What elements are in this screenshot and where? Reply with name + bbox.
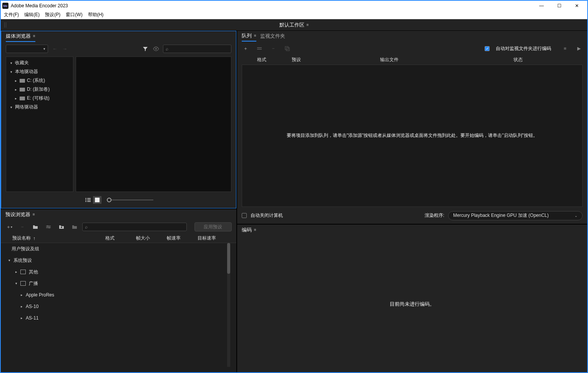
watch-folders-tab[interactable]: 监视文件夹: [260, 31, 285, 41]
tree-drive-d[interactable]: ▸D: (新加卷): [6, 85, 73, 94]
svg-rect-12: [257, 47, 262, 48]
tree-drive-e[interactable]: ▸E: (可移动): [6, 94, 73, 103]
panel-menu-icon[interactable]: ≡: [33, 213, 35, 216]
grip-icon: ┊┊: [3, 22, 6, 28]
eye-icon[interactable]: [152, 45, 160, 53]
preset-browser-title: 预设浏览器: [5, 211, 30, 218]
preset-browser-panel: 预设浏览器 ≡ ＋▾ − ⌕ 应用预设: [1, 208, 236, 373]
encoding-status-area: 目前尚未进行编码。: [237, 235, 587, 373]
close-button[interactable]: ✕: [568, 1, 586, 11]
col-framesize[interactable]: 帧大小: [136, 235, 167, 241]
svg-rect-14: [285, 47, 288, 50]
svg-point-11: [48, 227, 50, 228]
workspace-bar: ┊┊ 默认工作区 ≡: [1, 19, 587, 31]
panel-menu-icon[interactable]: ≡: [254, 35, 256, 37]
svg-rect-13: [257, 49, 262, 50]
svg-rect-4: [87, 200, 91, 200]
media-preview-area: [76, 57, 231, 192]
export-icon[interactable]: [71, 223, 78, 231]
menu-window[interactable]: 窗口(W): [66, 12, 82, 18]
preset-browser-tab[interactable]: 预设浏览器 ≡: [5, 210, 35, 220]
nav-forward-icon[interactable]: →: [61, 45, 69, 53]
renderer-select[interactable]: Mercury Playback Engine GPU 加速 (OpenCL) …: [448, 211, 583, 220]
media-tree[interactable]: ▾收藏夹 ▾本地驱动器 ▸C: (系统) ▸D: (新加卷) ▸E: (可移动)…: [6, 57, 73, 192]
renderer-value: Mercury Playback Engine GPU 加速 (OpenCL): [453, 212, 549, 219]
svg-point-10: [47, 225, 48, 227]
maximize-button[interactable]: ☐: [550, 1, 568, 11]
start-queue-icon[interactable]: ▶: [575, 45, 583, 52]
menu-preset[interactable]: 预设(P): [45, 12, 60, 18]
queue-tab[interactable]: 队列 ≡: [242, 31, 256, 42]
list-view-button[interactable]: [84, 196, 92, 204]
minimize-button[interactable]: —: [533, 1, 550, 11]
menu-help[interactable]: 帮助(H): [88, 12, 104, 18]
col-output: 输出文件: [380, 57, 476, 63]
workspace-menu-icon[interactable]: ≡: [307, 24, 309, 26]
tree-network-drives[interactable]: ▾网络驱动器: [6, 103, 73, 112]
path-combo[interactable]: ▾: [6, 45, 48, 53]
col-status: 状态: [476, 57, 583, 63]
drive-icon: [20, 97, 25, 100]
svg-rect-6: [87, 201, 91, 202]
preset-row-as10[interactable]: ▸AS-10: [1, 301, 236, 312]
apply-preset-button[interactable]: 应用预设: [194, 222, 232, 231]
preset-search-input[interactable]: ⌕: [82, 223, 187, 231]
svg-point-0: [155, 48, 157, 50]
auto-encode-checkbox[interactable]: ✓: [485, 46, 490, 51]
auto-shutdown-label: 自动关闭计算机: [251, 212, 283, 219]
tree-local-drives[interactable]: ▾本地驱动器: [6, 67, 73, 76]
svg-rect-2: [87, 198, 91, 199]
encoding-tab[interactable]: 编码 ≡: [242, 225, 256, 235]
queue-empty-message: 要将项目添加到队列，请单击"添加源"按钮或者从媒体浏览器或桌面将文件拖到此处。要…: [287, 132, 538, 139]
preset-row-system[interactable]: ▾系统预设: [1, 255, 236, 266]
preset-scrollbar[interactable]: [227, 243, 230, 367]
preset-row-broadcast[interactable]: ▾广播: [1, 278, 236, 289]
import-icon[interactable]: [58, 223, 65, 231]
duplicate-icon[interactable]: [283, 45, 291, 52]
monitor-icon: [20, 270, 26, 274]
preset-row-apple[interactable]: ▸Apple ProRes: [1, 289, 236, 301]
remove-preset-icon[interactable]: −: [18, 223, 26, 231]
chevron-down-icon: ⌄: [575, 214, 578, 218]
add-preset-icon[interactable]: ＋▾: [5, 223, 13, 231]
nav-back-icon[interactable]: ←: [51, 45, 59, 53]
zoom-knob[interactable]: [107, 198, 111, 202]
col-format[interactable]: 格式: [105, 235, 136, 241]
svg-rect-3: [85, 200, 86, 200]
app-icon: Me: [2, 3, 8, 9]
auto-encode-label: 自动对监视文件夹进行编码: [496, 45, 551, 52]
grid-view-button[interactable]: [93, 196, 101, 204]
preset-row-as11[interactable]: ▸AS-11: [1, 312, 236, 324]
workspace-label[interactable]: 默认工作区: [279, 22, 304, 28]
menu-file[interactable]: 文件(F): [4, 12, 19, 18]
renderer-label: 渲染程序:: [425, 212, 444, 219]
menu-edit[interactable]: 编辑(E): [24, 12, 40, 18]
media-browser-tab[interactable]: 媒体浏览器 ≡: [6, 31, 35, 42]
broadcast-icon: [20, 281, 26, 286]
svg-rect-1: [85, 198, 86, 199]
queue-drop-area[interactable]: 要将项目添加到队列，请单击"添加源"按钮或者从媒体浏览器或桌面将文件拖到此处。要…: [242, 65, 583, 207]
panel-menu-icon[interactable]: ≡: [254, 229, 256, 231]
col-preset-name[interactable]: 预设名称: [12, 235, 31, 241]
remove-source-icon[interactable]: −: [269, 45, 277, 52]
auto-shutdown-checkbox[interactable]: ✓: [242, 213, 247, 218]
preset-row-other[interactable]: ▸其他: [1, 266, 236, 278]
col-bitrate[interactable]: 目标速率: [198, 235, 228, 241]
media-search-input[interactable]: ⌕: [163, 45, 231, 53]
stop-queue-icon[interactable]: ■: [561, 45, 569, 52]
settings-icon[interactable]: [45, 223, 52, 231]
encoding-panel: 编码 ≡ 目前尚未进行编码。: [237, 224, 587, 373]
folder-icon[interactable]: [32, 223, 39, 231]
panel-menu-icon[interactable]: ≡: [33, 35, 35, 37]
titlebar: Me Adobe Media Encoder 2023 — ☐ ✕: [1, 1, 587, 11]
queue-settings-icon[interactable]: [256, 45, 263, 52]
tree-favorites[interactable]: ▾收藏夹: [6, 58, 73, 67]
col-framerate[interactable]: 帧速率: [167, 235, 198, 241]
chevron-down-icon: ▾: [43, 47, 45, 51]
zoom-slider[interactable]: [107, 198, 153, 202]
tree-drive-c[interactable]: ▸C: (系统): [6, 76, 73, 85]
preset-row-user[interactable]: 用户预设及组: [1, 243, 236, 255]
sort-up-icon: ↑: [33, 236, 35, 241]
filter-icon[interactable]: [141, 45, 149, 53]
add-source-icon[interactable]: ＋: [242, 45, 249, 52]
